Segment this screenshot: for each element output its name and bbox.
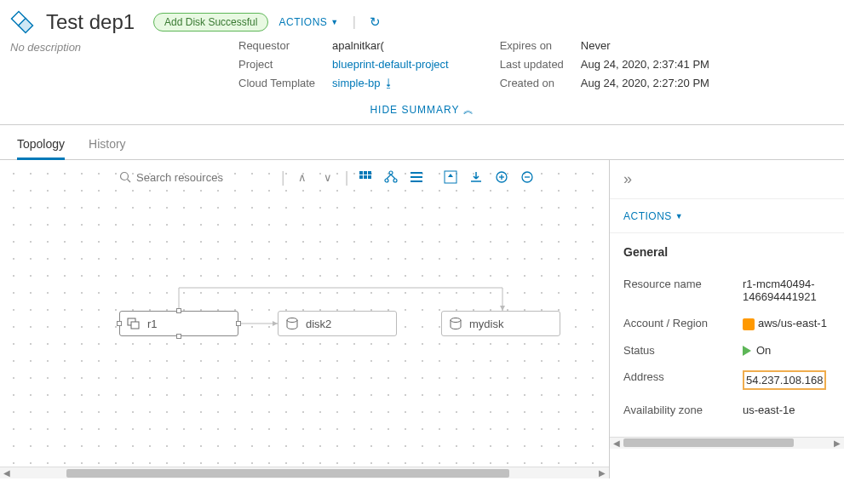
vm-icon [127,317,141,330]
toolbar-sep: | [345,169,349,186]
node-handle[interactable] [236,321,241,326]
zoom-in-icon[interactable] [493,169,510,186]
node-label: r1 [147,318,158,330]
status-badge: Add Disk Successful [153,13,268,32]
view-list-icon[interactable] [408,169,425,186]
prop-resource-name-value: r1-mcm40494-146694441921 [743,278,830,303]
header-actions-button[interactable]: ACTIONS ▼ [278,16,338,28]
tab-bar: Topology History [0,125,844,160]
summary-panel: Requestor Project Cloud Template apalnit… [221,37,835,93]
prop-address-value: 54.237.108.168 [743,370,830,390]
summary-updated-label: Last updated [500,55,564,74]
nav-down-icon[interactable]: ∨ [319,169,336,186]
node-handle[interactable] [176,334,181,339]
prop-account-text: aws/us-east-1 [758,317,827,329]
svg-point-12 [393,179,397,182]
summary-requestor-label: Requestor [238,37,315,55]
summary-expires-label: Expires on [500,37,564,55]
topology-nodes: r1 disk2 mydisk [0,160,609,478]
scroll-right-icon[interactable]: ▶ [595,468,609,478]
svg-point-28 [451,318,461,323]
svg-rect-8 [364,175,367,179]
prop-account-label: Account / Region [623,317,743,329]
hide-summary-label: HIDE SUMMARY [370,104,459,116]
prop-status-text: On [756,344,771,357]
chevron-down-icon: ▼ [675,212,683,220]
search-input[interactable] [136,171,273,184]
svg-point-2 [121,173,129,180]
power-on-icon [743,346,751,356]
summary-created-label: Created on [500,74,564,93]
side-properties: Resource name r1-mcm40494-146694441921 A… [610,266,844,437]
search-wrap [119,171,273,184]
summary-template-label: Cloud Template [238,74,315,93]
disk-icon [449,317,462,330]
scroll-thumb[interactable] [66,469,509,478]
chevron-down-icon: ▼ [330,18,338,26]
fit-icon[interactable] [442,169,459,186]
disk-icon [285,317,299,330]
svg-line-3 [128,180,131,183]
export-icon[interactable] [468,169,485,186]
hide-summary-button[interactable]: HIDE SUMMARY ︽ [9,103,835,117]
toolbar-sep: | [281,169,285,186]
scroll-thumb[interactable] [623,438,794,447]
prop-address-label: Address [623,370,743,383]
nav-up-icon[interactable]: ∧ [294,169,311,186]
svg-rect-26 [131,322,139,329]
side-collapse-icon[interactable]: » [610,160,844,199]
summary-project-link[interactable]: blueprint-default-project [332,55,449,74]
prop-resource-name-label: Resource name [623,278,743,290]
address-highlight: 54.237.108.168 [743,370,826,390]
side-scrollbar[interactable]: ◀ ▶ [610,437,844,449]
svg-point-10 [389,171,393,175]
svg-rect-5 [364,171,367,175]
search-icon [119,171,131,183]
node-disk2[interactable]: disk2 [278,311,397,336]
canvas-scrollbar[interactable]: ◀ ▶ [0,467,609,478]
summary-requestor-value: apalnitkar( [332,37,449,55]
scroll-left-icon[interactable]: ◀ [610,438,623,448]
node-mydisk[interactable]: mydisk [441,311,560,336]
svg-rect-6 [368,171,371,175]
prop-account-value: aws/us-east-1 [743,317,830,330]
summary-expires-value: Never [581,37,709,55]
svg-line-13 [387,175,391,179]
zoom-out-icon[interactable] [519,169,536,186]
summary-template-link[interactable]: simple-bp ⭳ [332,74,449,93]
side-general-header: General [610,233,844,266]
download-icon: ⭳ [383,77,394,89]
tab-topology[interactable]: Topology [17,130,65,160]
svg-rect-1 [19,19,33,33]
node-label: disk2 [306,318,331,330]
prop-az-value: us-east-1e [743,404,830,416]
topology-canvas[interactable]: | ∧ ∨ | [0,160,610,478]
node-handle[interactable] [176,308,181,313]
summary-template-value: simple-bp [332,77,380,89]
view-graph-icon[interactable] [382,169,399,186]
header-divider: | [353,14,356,30]
svg-point-11 [385,179,388,182]
summary-created-value: Aug 24, 2020, 2:27:20 PM [581,74,709,93]
svg-point-27 [287,318,297,323]
chevron-double-up-icon: ︽ [463,104,474,116]
refresh-icon[interactable]: ↻ [370,14,381,30]
header-actions-label: ACTIONS [278,16,327,28]
deployment-header: Test dep1 Add Disk Successful ACTIONS ▼ … [0,0,844,117]
deployment-title: Test dep1 [46,10,135,34]
node-label: mydisk [469,318,503,330]
svg-rect-7 [359,175,363,179]
tab-history[interactable]: History [89,130,126,159]
aws-icon [743,318,755,330]
prop-status-label: Status [623,344,743,357]
svg-rect-4 [359,171,363,175]
content-area: | ∧ ∨ | [0,160,844,478]
scroll-right-icon[interactable]: ▶ [830,438,844,448]
prop-status-value: On [743,344,830,357]
side-panel: » ACTIONS ▼ General Resource name r1-mcm… [610,160,844,478]
scroll-left-icon[interactable]: ◀ [0,468,14,478]
side-actions-button[interactable]: ACTIONS ▼ [623,210,683,222]
node-handle[interactable] [117,321,122,326]
node-r1[interactable]: r1 [119,311,238,336]
view-grid-icon[interactable] [357,169,374,186]
